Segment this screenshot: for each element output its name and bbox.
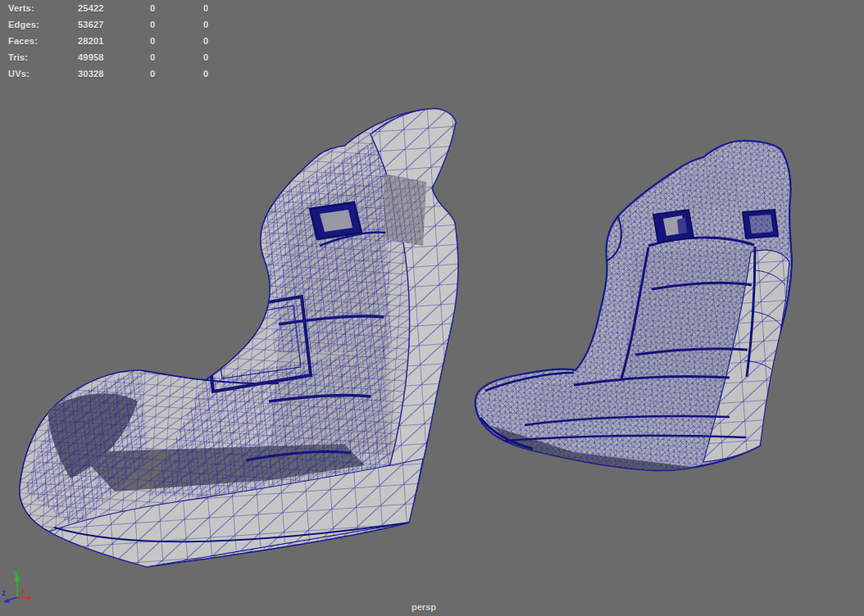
hud-label: Edges:	[8, 17, 39, 32]
poly-count-hud: Verts: 25422 0 0 Edges: 53627 0 0 Faces:…	[0, 0, 262, 82]
viewport-canvas[interactable]	[0, 0, 864, 616]
seat-left-harness-slot	[310, 202, 362, 239]
hud-label: Tris:	[8, 50, 28, 65]
seat-right-mesh	[459, 123, 812, 483]
hud-value: 49958	[78, 50, 104, 65]
bucket-seat-left[interactable]	[0, 90, 492, 598]
hud-label: Verts:	[8, 1, 34, 16]
hud-row-edges: Edges: 53627 0 0	[0, 16, 262, 33]
hud-row-faces: Faces: 28201 0 0	[0, 33, 262, 49]
hud-value-2: 0	[150, 50, 155, 65]
hud-value-2: 0	[150, 66, 155, 81]
z-axis-label: z	[2, 588, 6, 597]
camera-label-bar: persp	[0, 599, 848, 614]
seat-left-mesh	[0, 90, 492, 598]
hud-value-2: 0	[150, 34, 155, 48]
seat-right-harness-hole-left	[653, 210, 693, 242]
hud-value-3: 0	[203, 50, 208, 65]
hud-value-3: 0	[203, 17, 208, 32]
x-axis-line	[17, 597, 27, 598]
seat-right-harness-hole-right	[743, 210, 778, 238]
hud-value-2: 0	[150, 17, 155, 32]
bucket-seat-right[interactable]	[459, 123, 812, 483]
hud-value: 30328	[78, 66, 104, 81]
camera-label: persp	[412, 602, 436, 612]
hud-row-tris: Tris: 49958 0 0	[0, 49, 262, 66]
hud-value: 25422	[78, 1, 104, 16]
hud-row-verts: Verts: 25422 0 0	[0, 0, 262, 16]
hud-label: UVs:	[8, 66, 30, 81]
y-axis-label: Y	[14, 570, 20, 579]
hud-value: 53627	[78, 17, 104, 32]
hud-value: 28201	[78, 34, 104, 48]
3d-viewport[interactable]: Verts: 25422 0 0 Edges: 53627 0 0 Faces:…	[0, 0, 864, 616]
hud-label: Faces:	[8, 34, 38, 48]
hud-value-3: 0	[203, 1, 208, 16]
hud-value-2: 0	[150, 1, 155, 16]
hud-row-uvs: UVs: 30328 0 0	[0, 66, 262, 82]
hud-value-3: 0	[203, 34, 208, 48]
hud-value-3: 0	[203, 66, 208, 81]
x-axis-label: x	[21, 587, 26, 596]
